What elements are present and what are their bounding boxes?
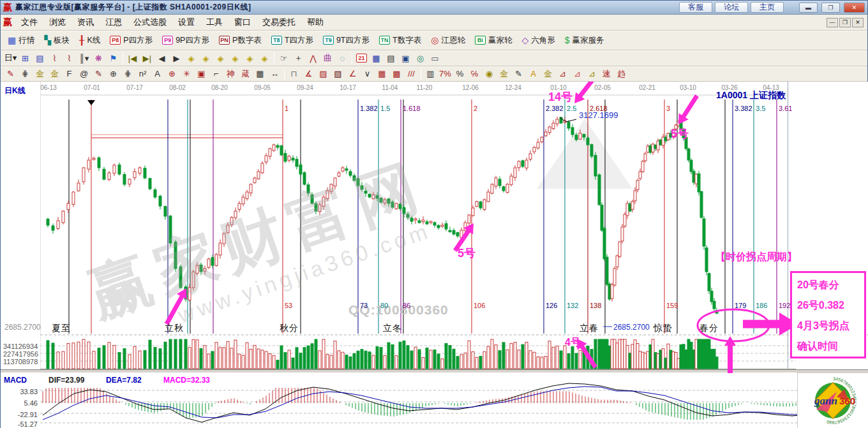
toolbar-hexagon-button[interactable]: ◇六角形 (517, 33, 559, 48)
toolbar-t-square-button[interactable]: T8T四方形 (267, 33, 318, 48)
chart-canvas[interactable]: 赢家财富网 www.yingjia360.com QQ:100800360 06… (1, 82, 868, 428)
toolbar-gann-wheel-button[interactable]: ◎江恩轮 (426, 33, 470, 48)
tool-net-tool-icon[interactable]: ◎ (413, 52, 428, 65)
tool-first-page-icon[interactable]: |◀ (125, 52, 140, 65)
tool-square-star-icon[interactable]: ▣ (194, 67, 209, 80)
tool-crosshair-icon[interactable]: ＋ (291, 52, 306, 65)
mdi-close-button[interactable]: ✕ (852, 18, 864, 27)
menu-item-7[interactable]: 窗口 (228, 15, 257, 30)
tool-spiral-tool-icon[interactable]: @ (77, 67, 91, 80)
tool-grid-tool-icon[interactable]: ⋕ (18, 67, 33, 80)
tool-circle-grid-icon[interactable]: ⊕ (106, 67, 121, 80)
toolbar-9t-square-button[interactable]: T99T四方形 (318, 33, 374, 48)
mdi-restore-button[interactable]: ❐ (839, 18, 851, 27)
toolbar-t-table-button[interactable]: TNT数字表 (375, 33, 426, 48)
close-button[interactable]: ✕ (844, 3, 865, 13)
tool-dense-grid-icon[interactable]: ⋕ (121, 67, 135, 80)
tool-width-measure-icon[interactable]: ↔ (267, 67, 282, 80)
menu-item-8[interactable]: 交易委托 (257, 15, 301, 30)
tool-shen-tool-icon[interactable]: 神 (223, 67, 238, 80)
tool-notebook-icon[interactable]: ▤ (384, 52, 398, 65)
tool-save-disk-icon[interactable]: ▣ (398, 52, 413, 65)
tool-n-square-icon[interactable]: n² (135, 67, 150, 80)
tool-zoom-in-icon[interactable]: ◈ (213, 52, 228, 65)
toolbar-bankuai-button[interactable]: ▚板块 (40, 33, 74, 48)
toolbar-p-table-button[interactable]: PNP数字表 (214, 33, 266, 48)
tool-j-angle-icon[interactable]: ⊿ (555, 67, 570, 80)
menu-item-2[interactable]: 资讯 (71, 15, 100, 30)
tool-grid-box-icon[interactable]: ▩ (389, 67, 404, 80)
tool-grid-red-icon[interactable]: ▦ (375, 67, 389, 80)
tool-zoom-out-icon[interactable]: ◈ (228, 52, 243, 65)
tool-gold-angle-icon[interactable]: ⊿ (585, 67, 599, 80)
tool-f-angle-icon[interactable]: ⊿ (570, 67, 585, 80)
toolbar-p-square-button[interactable]: P8P四方形 (105, 33, 157, 48)
tool-wave-9-icon[interactable]: ⌇ (62, 52, 77, 65)
tool-gold-line-icon[interactable]: 金 (497, 67, 511, 80)
tool-prev-bar-icon[interactable]: ◀ (154, 52, 169, 65)
toolbar-kline-button[interactable]: ╂K线 (75, 33, 105, 48)
minimize-button[interactable]: ▬ (799, 3, 818, 13)
tool-calendar-icon[interactable]: 21 (354, 52, 369, 65)
tool-shift-right-icon[interactable]: ◈ (198, 52, 213, 65)
tool-ruler-grid-icon[interactable]: ▦ (253, 67, 267, 80)
tool-speed-angle-icon[interactable]: 速 (599, 67, 614, 80)
tool-purple-tool-icon[interactable]: 曲 (320, 52, 335, 65)
tool-star-circle-icon[interactable]: ✳ (179, 67, 194, 80)
tool-percent-icon[interactable]: % (453, 67, 467, 80)
tool-last-page-icon[interactable]: ▶| (140, 52, 154, 65)
tool-candle-style-icon[interactable]: ║▾ (77, 52, 91, 65)
tool-pen-2-icon[interactable]: ✎ (91, 67, 106, 80)
tool-calculator-icon[interactable]: ▦ (369, 52, 384, 65)
titlebar-forum-button[interactable]: 论坛 (715, 2, 748, 13)
tool-info-panel-icon[interactable]: ▤ (33, 52, 47, 65)
toolbar-winner-service-button[interactable]: $赢家服务 (560, 33, 609, 48)
titlebar-home-button[interactable]: 主页 (751, 2, 784, 13)
tool-next-bar-icon[interactable]: ▶ (169, 52, 184, 65)
toolbar-9p-square-button[interactable]: P99P四方形 (158, 33, 214, 48)
tool-a-tool-icon[interactable]: A (150, 67, 165, 80)
mdi-minimize-button[interactable]: — (827, 18, 838, 27)
tool-zhen-tool-icon[interactable]: 葴 (238, 67, 253, 80)
tool-column-percent-icon[interactable]: ▥ (423, 67, 438, 80)
tool-percent-red-icon[interactable]: 7% (438, 67, 453, 80)
tool-bracket-tool-icon[interactable]: ⌐ (209, 67, 223, 80)
tool-fan-box-icon[interactable]: ▨ (316, 67, 331, 80)
tool-shift-left-icon[interactable]: ◈ (184, 52, 198, 65)
tool-a-gold-icon[interactable]: A (526, 67, 541, 80)
menu-item-5[interactable]: 设置 (172, 15, 200, 30)
tool-v-lines-icon[interactable]: ∨ (360, 67, 375, 80)
tool-slash-lines-icon[interactable]: /// (404, 67, 419, 80)
tool-zixun-window-icon[interactable]: ⊞ (18, 52, 33, 65)
tool-printer-icon[interactable]: ▭ (428, 52, 442, 65)
tool-gold-grid-2-icon[interactable]: 金 (47, 67, 62, 80)
tool-f-grid-icon[interactable]: F (62, 67, 77, 80)
toolbar-winner-wheel-button[interactable]: Bi赢家轮 (470, 33, 517, 48)
tool-measure-line-icon[interactable]: ⋀ (306, 52, 320, 65)
tool-gold-grid-1-icon[interactable]: 金 (33, 67, 47, 80)
titlebar-kefu-button[interactable]: 客服 (679, 2, 712, 13)
menu-item-0[interactable]: 文件 (15, 15, 43, 30)
tool-wave-3-icon[interactable]: ⌇ (47, 52, 62, 65)
tool-gann-fan-icon[interactable]: ∡ (301, 67, 316, 80)
menu-item-9[interactable]: 帮助 (301, 15, 329, 30)
tool-angle-lines-icon[interactable]: ∠ (345, 67, 360, 80)
menu-item-6[interactable]: 工具 (200, 15, 228, 30)
menu-item-1[interactable]: 浏览 (43, 15, 71, 30)
menu-item-4[interactable]: 公式选股 (128, 15, 172, 30)
tool-fan-box-dark-icon[interactable]: ▧ (331, 67, 345, 80)
tool-gold-2-icon[interactable]: 金 (541, 67, 555, 80)
tool-kline-period-icon[interactable]: 日▾ (3, 52, 18, 65)
menu-item-3[interactable]: 江恩 (100, 15, 128, 30)
tool-pen-red-icon[interactable]: ✎ (3, 67, 18, 80)
tool-pattern-flower-icon[interactable]: ❋ (91, 52, 106, 65)
toolbar-hangqing-button[interactable]: ▦行情 (3, 33, 39, 48)
tool-flag-marker-icon[interactable]: ⚑ (106, 52, 121, 65)
tool-pen-3-icon[interactable]: ✎ (511, 67, 526, 80)
tool-frame-tool-icon[interactable]: ⊓ (287, 67, 301, 80)
tool-compress-x-icon[interactable]: ◈ (257, 52, 272, 65)
restore-button[interactable]: ❐ (821, 3, 840, 13)
tool-gann-circle-icon[interactable]: ⊕ (165, 67, 179, 80)
tool-gold-circle-icon[interactable]: ◉ (482, 67, 497, 80)
tool-teal-tool-icon[interactable]: ◌ (335, 52, 350, 65)
